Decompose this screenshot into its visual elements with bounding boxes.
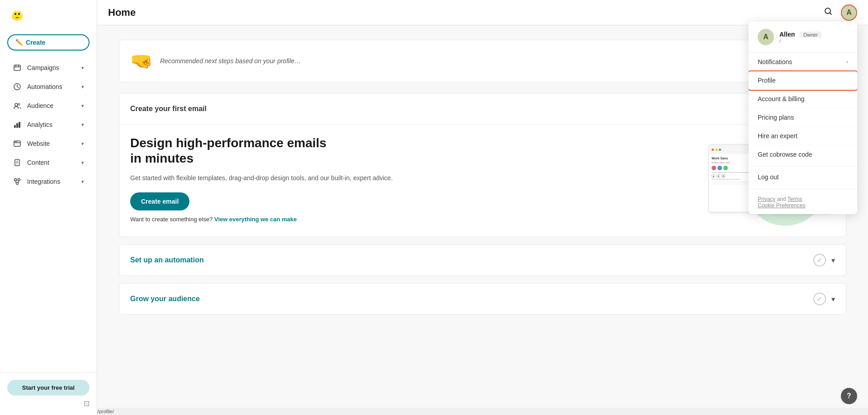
recommended-text: Recommended next steps based on your pro… [160,57,301,65]
recommended-icon: 🤜 [130,51,153,72]
sidebar-collapse-icon[interactable]: ⊡ [84,399,90,408]
website-chevron-icon: ▾ [81,141,84,147]
audience-label: Audience [27,102,53,109]
automations-icon [13,82,22,91]
privacy-link[interactable]: Privacy [758,196,775,202]
create-email-headline: Design high-performance emailsin minutes [130,135,690,166]
dropdown-item-hire-expert[interactable]: Hire an expert [749,127,857,145]
website-label: Website [27,140,50,147]
svg-point-19 [18,179,20,181]
svg-rect-7 [14,65,20,70]
svg-point-15 [15,141,16,142]
integrations-label: Integrations [27,178,60,185]
view-everything-link[interactable]: View everything we can make [214,216,297,223]
dropdown-item-pricing-plans[interactable]: Pricing plans [749,108,857,127]
sidebar-item-automations[interactable]: Automations ▾ [4,78,93,96]
automation-expand-icon[interactable]: ▾ [831,256,835,265]
search-button[interactable] [821,4,835,21]
dropdown-user-name: Allen [779,31,795,38]
dropdown-divider [749,166,857,166]
sidebar-bottom: Start your free trial ⊡ [0,372,97,415]
automation-title: Set up an automation [130,256,204,264]
analytics-chevron-icon: ▾ [81,122,84,128]
dropdown-item-cobrowse[interactable]: Get cobrowse code [749,145,857,164]
campaigns-label: Campaigns [27,64,59,71]
create-email-body: Design high-performance emailsin minutes… [119,124,846,237]
terms-link[interactable]: Terms [788,196,802,202]
audience-chevron-icon: ▾ [81,103,84,109]
automation-section: Set up an automation ✓ ▾ [119,244,846,276]
create-email-title: Create your first email [130,105,207,113]
svg-rect-11 [14,125,16,128]
sidebar-item-website[interactable]: Website ▾ [4,135,93,153]
website-icon [13,139,22,148]
sidebar-item-campaigns[interactable]: Campaigns ▾ [4,59,93,77]
dropdown-user-header: A Allen Owner / [749,22,857,53]
sidebar-item-audience[interactable]: Audience ▾ [4,97,93,115]
svg-point-5 [13,14,14,17]
audience-header[interactable]: Grow your audience ✓ ▾ [119,284,846,314]
svg-point-9 [15,103,18,106]
search-icon [824,7,833,16]
create-email-header[interactable]: Create your first email ✓ ▲ [119,93,846,124]
sidebar-item-integrations[interactable]: Integrations ▾ [4,173,93,191]
svg-point-4 [18,13,20,15]
user-dropdown-menu: A Allen Owner / Notifications › Profile … [749,22,857,214]
cookie-preferences-link[interactable]: Cookie Preferences [758,202,805,209]
audience-expand-icon[interactable]: ▾ [831,295,835,303]
audience-icon [13,101,22,110]
content-icon [13,158,22,167]
svg-point-16 [16,141,17,142]
dropdown-footer: Privacy and Terms Cookie Preferences [749,191,857,214]
svg-rect-13 [19,122,20,128]
notifications-chevron-icon: › [846,59,848,65]
sidebar-nav: Campaigns ▾ Automations ▾ Audience ▾ [0,58,97,372]
dropdown-footer-divider [749,188,857,189]
campaigns-icon [13,63,22,72]
analytics-label: Analytics [27,121,52,128]
topbar-right: A [821,4,857,21]
svg-point-18 [14,179,17,181]
pencil-icon: ✏️ [15,39,23,46]
sidebar-item-analytics[interactable]: Analytics ▾ [4,116,93,134]
automation-header[interactable]: Set up an automation ✓ ▾ [119,245,846,275]
create-button[interactable]: ✏️ Create [7,34,90,51]
recommended-banner: 🤜 Recommended next steps based on your p… [119,40,846,82]
analytics-icon [13,120,22,129]
page-title: Home [108,7,136,19]
dropdown-item-account-billing[interactable]: Account & billing [749,90,857,108]
svg-rect-12 [16,123,18,128]
sidebar-item-content[interactable]: Content ▾ [4,154,93,172]
dropdown-user-role: Owner [800,32,821,38]
status-bar: https://us12.admin.mailchimp.com/account… [0,408,868,415]
view-link-area: Want to create something else? View ever… [130,216,690,223]
dropdown-avatar: A [758,29,774,45]
create-email-section: Create your first email ✓ ▲ Design high-… [119,93,846,237]
check-circle-audience: ✓ [813,293,826,305]
dropdown-item-logout[interactable]: Log out [749,168,857,187]
dropdown-item-notifications[interactable]: Notifications › [749,53,857,71]
campaigns-chevron-icon: ▾ [81,65,84,71]
dropdown-item-profile[interactable]: Profile [749,71,857,90]
logo-area [0,0,97,31]
free-trial-button[interactable]: Start your free trial [7,380,90,396]
svg-point-20 [16,182,19,185]
automations-chevron-icon: ▾ [81,84,84,90]
svg-point-3 [14,13,16,15]
sidebar: ✏️ Create Campaigns ▾ Automations ▾ [0,0,97,415]
audience-title: Grow your audience [130,295,200,303]
mailchimp-logo [9,7,25,23]
automations-label: Automations [27,83,62,90]
audience-section: Grow your audience ✓ ▾ [119,283,846,315]
user-avatar-button[interactable]: A [841,5,857,21]
svg-point-10 [18,103,20,105]
integrations-icon [13,177,22,186]
content-label: Content [27,159,49,166]
integrations-chevron-icon: ▾ [81,179,84,185]
content-chevron-icon: ▾ [81,160,84,166]
help-button[interactable]: ? [841,388,857,404]
create-email-desc: Get started with flexible templates, dra… [130,173,690,183]
dropdown-user-sub: / [779,38,848,44]
svg-point-6 [20,14,22,17]
create-email-button[interactable]: Create email [130,192,189,210]
